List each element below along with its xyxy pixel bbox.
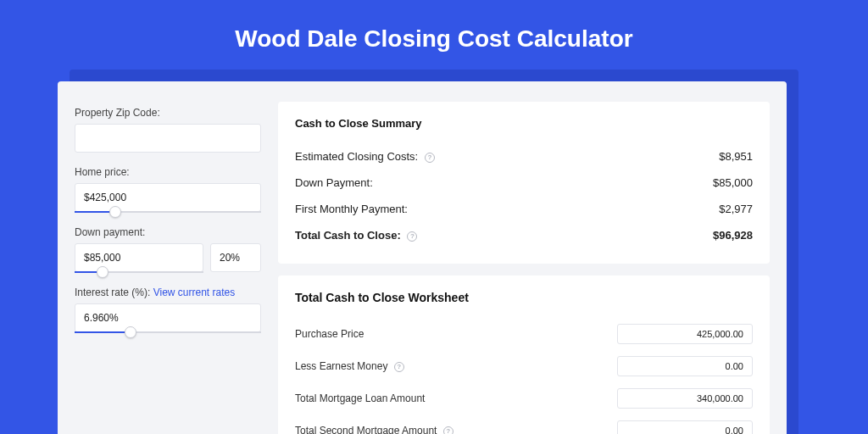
interest-rate-label: Interest rate (%): View current rates: [75, 287, 261, 298]
summary-panel: Cash to Close Summary Estimated Closing …: [278, 102, 770, 264]
worksheet-title: Total Cash to Close Worksheet: [295, 291, 753, 304]
home-price-label: Home price:: [75, 166, 261, 178]
summary-value: $85,000: [713, 176, 753, 189]
summary-label: Down Payment:: [295, 176, 373, 189]
worksheet-panel: Total Cash to Close Worksheet Purchase P…: [278, 275, 770, 434]
worksheet-value-input[interactable]: [617, 388, 753, 409]
down-payment-label: Down payment:: [75, 226, 261, 238]
help-icon[interactable]: ?: [407, 231, 417, 242]
summary-row-down-payment: Down Payment: $85,000: [295, 170, 753, 196]
zip-label: Property Zip Code:: [75, 107, 261, 119]
interest-rate-label-text: Interest rate (%):: [75, 287, 150, 298]
worksheet-label: Total Second Mortgage Amount: [295, 425, 437, 434]
summary-title: Cash to Close Summary: [295, 117, 753, 130]
summary-value: $2,977: [719, 203, 753, 215]
field-down-payment: Down payment:: [75, 226, 261, 273]
down-payment-input[interactable]: [75, 243, 203, 272]
worksheet-value-input[interactable]: [617, 324, 753, 344]
worksheet-value-input[interactable]: [617, 420, 753, 434]
summary-total-value: $96,928: [713, 229, 753, 242]
worksheet-row-second-mortgage: Total Second Mortgage Amount ?: [295, 415, 753, 434]
page-title: Wood Dale Closing Cost Calculator: [0, 0, 868, 70]
down-payment-percent-input[interactable]: [210, 243, 261, 272]
calculator-card: Property Zip Code: Home price: Down paym…: [58, 81, 787, 434]
summary-row-closing-costs: Estimated Closing Costs: ? $8,951: [295, 143, 753, 170]
summary-value: $8,951: [719, 150, 753, 163]
summary-label: Estimated Closing Costs:: [295, 150, 418, 163]
worksheet-row-earnest-money: Less Earnest Money ?: [295, 350, 753, 382]
summary-label: First Monthly Payment:: [295, 203, 408, 215]
worksheet-label: Purchase Price: [295, 328, 364, 340]
card-shadow: Property Zip Code: Home price: Down paym…: [70, 70, 798, 434]
worksheet-row-mortgage-loan: Total Mortgage Loan Amount: [295, 382, 753, 415]
home-price-input[interactable]: [75, 183, 261, 212]
field-zip: Property Zip Code:: [75, 107, 261, 153]
summary-row-total: Total Cash to Close: ? $96,928: [295, 222, 753, 248]
down-payment-slider[interactable]: [75, 271, 203, 273]
summary-total-label: Total Cash to Close:: [295, 229, 401, 242]
zip-input[interactable]: [75, 124, 261, 153]
results-column: Cash to Close Summary Estimated Closing …: [278, 102, 770, 434]
inputs-column: Property Zip Code: Home price: Down paym…: [75, 102, 261, 434]
help-icon[interactable]: ?: [425, 153, 435, 163]
field-home-price: Home price:: [75, 166, 261, 213]
interest-rate-slider[interactable]: [75, 331, 261, 333]
worksheet-row-purchase-price: Purchase Price: [295, 318, 753, 350]
interest-rate-input[interactable]: [75, 303, 261, 332]
worksheet-label: Less Earnest Money: [295, 360, 387, 372]
summary-row-monthly-payment: First Monthly Payment: $2,977: [295, 196, 753, 222]
help-icon[interactable]: ?: [443, 426, 453, 434]
home-price-slider[interactable]: [75, 211, 261, 213]
field-interest-rate: Interest rate (%): View current rates: [75, 287, 261, 333]
help-icon[interactable]: ?: [394, 362, 404, 372]
worksheet-label: Total Mortgage Loan Amount: [295, 392, 425, 404]
view-rates-link[interactable]: View current rates: [153, 287, 236, 298]
worksheet-value-input[interactable]: [617, 356, 753, 376]
